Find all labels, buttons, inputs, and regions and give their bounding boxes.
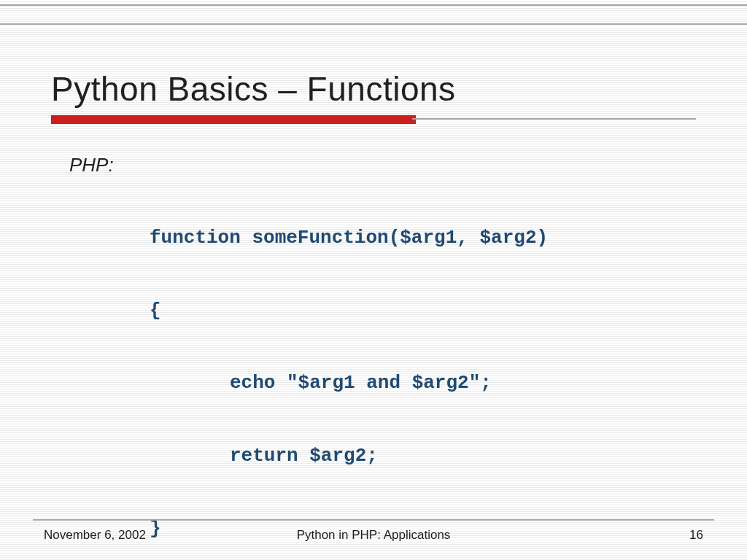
title-underline-grey [412, 118, 696, 120]
php-code-line: return $arg2; [150, 444, 696, 468]
php-code-line: function someFunction($arg1, $arg2) [150, 226, 696, 250]
footer-title: Python in PHP: Applications [44, 528, 703, 542]
title-underline-red [51, 115, 416, 124]
footer-divider [33, 519, 714, 521]
slide-footer: November 6, 2002 Python in PHP: Applicat… [44, 528, 703, 542]
top-decoration-lines [0, 4, 747, 25]
php-code-block: function someFunction($arg1, $arg2) { ec… [150, 177, 696, 560]
php-code-line: echo "$arg1 and $arg2"; [150, 371, 696, 395]
slide-content: PHP: function someFunction($arg1, $arg2)… [69, 153, 696, 560]
php-label: PHP: [69, 153, 696, 177]
slide-title: Python Basics – Functions [51, 69, 456, 109]
php-code-line: { [150, 299, 696, 323]
